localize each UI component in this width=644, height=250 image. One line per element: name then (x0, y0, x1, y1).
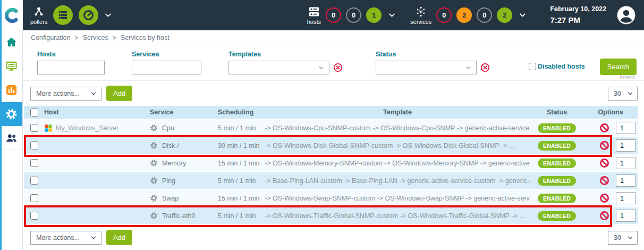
status-badge: ENABLED (538, 141, 576, 151)
row-checkbox[interactable] (30, 177, 38, 185)
breadcrumb-configuration[interactable]: Configuration (31, 34, 70, 41)
row-checkbox[interactable] (30, 194, 38, 202)
prohibition-icon[interactable] (599, 123, 609, 133)
hosts-unreachable-counter[interactable]: 0 (346, 7, 361, 23)
templates-filter-select[interactable] (228, 61, 329, 74)
poller-list-button[interactable] (53, 5, 73, 25)
col-header-service[interactable]: Service (150, 109, 218, 116)
options-count-input[interactable] (616, 139, 635, 152)
breadcrumb-services-by-host[interactable]: Services by host (121, 34, 170, 41)
chevron-down-icon (627, 90, 633, 97)
centreon-logo-icon (4, 7, 20, 23)
col-header-options[interactable]: Options (583, 109, 638, 116)
sidebar-item-configuration[interactable] (0, 102, 22, 126)
scheduling-value: 5 min / 1 min (218, 124, 265, 132)
services-ok-counter[interactable]: 2 (497, 7, 512, 23)
pollers-label: pollers (30, 19, 47, 25)
row-checkbox[interactable] (30, 159, 38, 167)
options-count-input[interactable] (616, 192, 635, 204)
prohibition-icon[interactable] (599, 193, 609, 203)
poller-state-button[interactable] (79, 5, 98, 25)
sidebar-item-home[interactable] (0, 30, 22, 54)
service-name[interactable]: Disk-/ (162, 142, 179, 149)
col-header-status[interactable]: Status (530, 109, 583, 116)
centreon-logo[interactable] (0, 0, 23, 30)
options-count-input[interactable] (616, 174, 635, 187)
more-actions-select[interactable]: More actions... (30, 87, 101, 101)
status-badge: ENABLED (538, 123, 576, 133)
service-name[interactable]: Swap (162, 195, 179, 202)
sidebar-item-reporting[interactable] (0, 78, 22, 102)
server-boxes-icon (308, 5, 320, 18)
more-actions-select[interactable]: More actions... (30, 231, 101, 245)
main-content: Configuration > Services > Services by h… (23, 30, 644, 250)
pollers-chevron-down-icon[interactable] (104, 11, 112, 19)
hosts-up-counter[interactable]: 1 (366, 7, 382, 23)
row-checkbox[interactable] (30, 124, 38, 132)
scheduling-value: 5 min / 1 min (218, 177, 265, 185)
service-name[interactable]: Memory (162, 160, 186, 167)
page-size-value: 30 (614, 90, 621, 97)
disabled-hosts-checkbox[interactable] (529, 63, 536, 70)
prohibition-icon[interactable] (599, 176, 609, 186)
account-circle-icon (616, 5, 636, 25)
col-header-template[interactable]: Template (265, 109, 530, 116)
templates-filter-label: Templates (228, 51, 343, 58)
services-menu[interactable]: services (410, 5, 431, 25)
options-count-input[interactable] (616, 157, 635, 169)
add-button[interactable]: Add (106, 230, 132, 245)
page-size-select[interactable]: 30 (608, 231, 638, 245)
monitoring-icon (5, 60, 18, 72)
status-clear-icon[interactable] (480, 63, 490, 72)
host-name[interactable]: My_Windows_Server (56, 124, 118, 132)
services-critical-counter[interactable]: 0 (436, 7, 452, 23)
sidebar-item-monitoring[interactable] (0, 54, 22, 78)
breadcrumb-services[interactable]: Services (83, 34, 108, 41)
status-badge: ENABLED (538, 211, 576, 221)
service-name[interactable]: Ping (162, 177, 175, 185)
server-stack-icon (57, 9, 69, 21)
col-header-host[interactable]: Host (44, 109, 150, 116)
service-name[interactable]: Cpu (162, 124, 174, 132)
pollers-menu[interactable]: pollers (30, 6, 47, 25)
services-warning-counter[interactable]: 2 (456, 7, 472, 23)
prohibition-icon[interactable] (599, 211, 609, 221)
row-checkbox[interactable] (30, 141, 38, 149)
page-size-select[interactable]: 30 (608, 87, 638, 101)
hosts-filter-input[interactable] (37, 61, 105, 74)
user-menu[interactable] (616, 5, 636, 25)
select-all-checkbox[interactable] (30, 109, 38, 116)
services-filter-input[interactable] (132, 61, 201, 74)
prohibition-icon[interactable] (599, 140, 609, 151)
gauge-icon (82, 9, 95, 21)
gear-icon (150, 124, 158, 132)
row-checkbox[interactable] (30, 212, 38, 220)
home-icon (5, 36, 18, 48)
services-chevron-down-icon[interactable] (519, 11, 527, 19)
disabled-hosts-label: Disabled hosts (538, 63, 585, 70)
template-chain: -> OS-Windows-Memory-SNMP-custom -> OS-W… (265, 160, 530, 167)
sidebar (0, 30, 23, 250)
services-unknown-counter[interactable]: 0 (477, 7, 492, 23)
hosts-status-group: hosts 0 0 1 (307, 5, 396, 25)
breadcrumb: Configuration > Services > Services by h… (23, 30, 644, 45)
prohibition-icon[interactable] (599, 158, 609, 168)
options-count-input[interactable] (616, 210, 635, 222)
template-chain: -> Base-Ping-LAN-custom -> Base-Ping-LAN… (265, 177, 530, 185)
hosts-filter-label: Hosts (37, 51, 105, 58)
options-count-input[interactable] (616, 122, 635, 134)
hosts-chevron-down-icon[interactable] (388, 11, 396, 19)
table-row-disk: Disk-/ 30 min / 1 min -> OS-Windows-Disk… (24, 137, 638, 155)
service-name[interactable]: Traffic-eth0 (162, 212, 196, 220)
sidebar-item-administration[interactable] (0, 126, 22, 150)
templates-clear-icon[interactable] (333, 63, 343, 72)
col-header-scheduling[interactable]: Scheduling (218, 109, 265, 116)
left-accent-stripe (0, 0, 2, 250)
add-button[interactable]: Add (106, 86, 132, 101)
hosts-menu[interactable]: hosts (307, 5, 321, 25)
filters-panel: Hosts Services Templates Status (23, 45, 644, 81)
hosts-down-counter[interactable]: 0 (326, 7, 341, 23)
gear-icon (150, 141, 158, 149)
status-filter-select[interactable] (376, 61, 477, 74)
search-button[interactable]: Search (600, 59, 637, 75)
